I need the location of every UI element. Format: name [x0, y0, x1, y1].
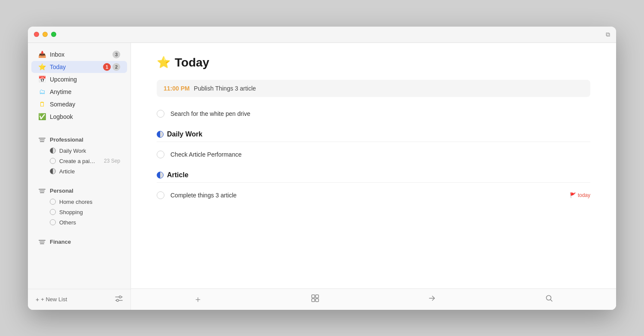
sidebar-section-label-finance: Finance — [50, 239, 71, 245]
task-label-2: Check Article Performance — [170, 151, 590, 158]
minimize-button[interactable] — [43, 32, 48, 37]
sidebar-item-logbook[interactable]: ✅ Logbook — [31, 111, 127, 123]
task-section-article: Article Complete things 3 article 🚩 toda… — [157, 171, 590, 203]
sidebar: 📥 Inbox 3 ⭐ Today 1 2 � — [28, 43, 131, 310]
someday-icon: 🗒 — [38, 100, 46, 108]
personal-section-icon — [38, 187, 46, 195]
page-header: ⭐ Today — [157, 56, 590, 70]
today-badges: 1 2 — [103, 63, 120, 71]
sidebar-section-personal[interactable]: Personal — [31, 183, 127, 197]
home-chores-icon — [50, 199, 56, 205]
professional-section-icon — [38, 136, 46, 144]
sidebar-item-article[interactable]: Article — [31, 166, 127, 176]
arrow-right-icon — [428, 294, 436, 305]
create-pai-icon — [50, 158, 56, 164]
search-button[interactable] — [539, 291, 559, 307]
scheduled-item[interactable]: 11:00 PM Publish Things 3 article — [157, 80, 590, 97]
sidebar-label-upcoming: Upcoming — [50, 76, 120, 83]
daily-work-section-title: Daily Work — [167, 130, 202, 138]
task-checkbox-1[interactable] — [157, 110, 164, 118]
sidebar-item-create-pai[interactable]: Create a pai… 23 Sep — [31, 156, 127, 166]
sidebar-item-upcoming[interactable]: 📅 Upcoming — [31, 73, 127, 85]
create-pai-label: Create a pai… — [59, 158, 104, 164]
create-pai-date: 23 Sep — [104, 158, 120, 164]
close-button[interactable] — [34, 32, 39, 37]
app-window: ⧉ 📥 Inbox 3 ⭐ Today 1 — [28, 27, 616, 310]
logbook-icon: ✅ — [38, 113, 46, 121]
scheduled-label: Publish Things 3 article — [194, 85, 256, 92]
scheduled-time: 11:00 PM — [164, 85, 190, 92]
svg-rect-4 — [312, 295, 315, 298]
traffic-lights — [34, 32, 56, 37]
search-icon — [545, 294, 553, 305]
grid-icon — [311, 294, 319, 305]
svg-point-9 — [546, 295, 551, 300]
bottom-toolbar: ＋ — [131, 288, 616, 310]
sidebar-item-others[interactable]: Others — [31, 218, 127, 227]
window-actions: ⧉ — [606, 30, 610, 38]
task-due-label: today — [578, 192, 590, 198]
task-due-3: 🚩 today — [570, 192, 590, 198]
sidebar-section-label-professional: Professional — [50, 136, 83, 143]
task-due-flag-icon: 🚩 — [570, 192, 576, 198]
article-section-header[interactable]: Article — [157, 171, 590, 183]
today-badge-gray: 2 — [112, 63, 120, 71]
others-icon — [50, 219, 56, 225]
article-sub-label: Article — [59, 168, 120, 175]
main-content: 📥 Inbox 3 ⭐ Today 1 2 � — [28, 43, 616, 310]
sidebar-item-home-chores[interactable]: Home chores — [31, 197, 127, 207]
titlebar: ⧉ — [28, 27, 616, 43]
task-item: Complete things 3 article 🚩 today — [157, 187, 590, 203]
inbox-badges: 3 — [112, 51, 120, 58]
svg-point-3 — [117, 299, 119, 301]
sidebar-item-inbox[interactable]: 📥 Inbox 3 — [31, 48, 127, 61]
daily-work-icon — [50, 148, 56, 154]
window-action-button[interactable]: ⧉ — [606, 31, 610, 38]
new-list-button[interactable]: + + New List — [33, 294, 70, 305]
page-title: Today — [175, 56, 209, 70]
task-item: Search for the white pen drive — [157, 106, 590, 122]
task-label-3: Complete things 3 article — [170, 192, 570, 199]
shopping-icon — [50, 209, 56, 215]
grid-view-button[interactable] — [305, 291, 325, 307]
filter-button[interactable] — [112, 294, 125, 306]
svg-point-2 — [119, 296, 122, 298]
page-icon: ⭐ — [157, 56, 170, 69]
sidebar-label-someday: Someday — [50, 101, 120, 108]
new-list-icon: + — [36, 296, 39, 303]
finance-section-icon — [38, 238, 46, 246]
task-checkbox-3[interactable] — [157, 191, 164, 199]
task-item: Check Article Performance — [157, 146, 590, 163]
sidebar-label-logbook: Logbook — [50, 113, 120, 120]
sidebar-item-shopping[interactable]: Shopping — [31, 207, 127, 217]
daily-work-label: Daily Work — [59, 148, 120, 154]
navigate-forward-button[interactable] — [422, 291, 442, 307]
sidebar-section-label-personal: Personal — [50, 188, 73, 194]
sidebar-item-anytime[interactable]: 🗂 Anytime — [31, 86, 127, 98]
sidebar-section-professional[interactable]: Professional — [31, 132, 127, 145]
shopping-label: Shopping — [59, 209, 120, 215]
upcoming-icon: 📅 — [38, 76, 46, 83]
sidebar-item-someday[interactable]: 🗒 Someday — [31, 98, 127, 110]
sidebar-item-daily-work[interactable]: Daily Work — [31, 146, 127, 156]
sidebar-footer: + + New List — [28, 289, 131, 310]
svg-line-10 — [550, 300, 552, 301]
filter-icon — [115, 295, 123, 304]
today-badge-red: 1 — [103, 63, 111, 71]
add-task-button[interactable]: ＋ — [188, 291, 208, 308]
sidebar-item-today[interactable]: ⭐ Today 1 2 — [31, 61, 127, 73]
anytime-icon: 🗂 — [38, 88, 46, 96]
article-section-icon — [157, 172, 164, 179]
svg-rect-5 — [316, 295, 319, 298]
daily-work-section-header[interactable]: Daily Work — [157, 130, 590, 142]
maximize-button[interactable] — [51, 32, 56, 37]
main-area: ⭐ Today 11:00 PM Publish Things 3 articl… — [131, 43, 616, 310]
task-section-daily-work: Daily Work Check Article Performance — [157, 130, 590, 163]
sidebar-label-anytime: Anytime — [50, 88, 120, 95]
sidebar-section-finance[interactable]: Finance — [31, 234, 127, 248]
svg-rect-6 — [312, 299, 315, 302]
content-area: ⭐ Today 11:00 PM Publish Things 3 articl… — [131, 43, 616, 288]
home-chores-label: Home chores — [59, 199, 120, 205]
task-checkbox-2[interactable] — [157, 151, 164, 158]
new-list-label: + New List — [41, 296, 67, 303]
